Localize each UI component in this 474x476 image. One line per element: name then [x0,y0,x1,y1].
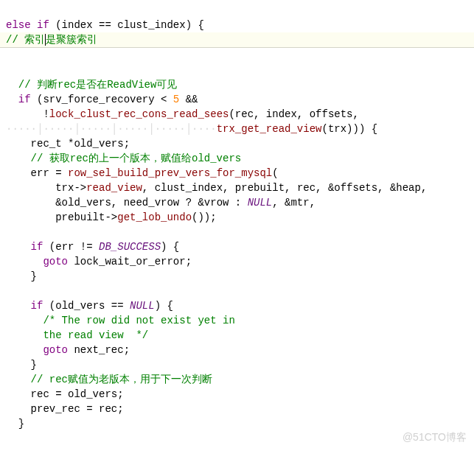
code-line: prev_rec = rec; [6,403,124,415]
number-literal: 5 [173,94,179,105]
highlighted-line: // 索引是聚簇索引 [0,32,474,48]
code-line: if (old_vers == NULL) { [6,300,173,312]
code-snippet: else if (index == clust_index) { // 索引是聚… [0,0,474,449]
code-line: if (err != DB_SUCCESS) { [6,241,179,253]
comment: // 判断rec是否在ReadView可见 [6,79,177,91]
comment: // rec赋值为老版本，用于下一次判断 [6,374,212,385]
keyword-if: if [6,300,43,312]
function-call: row_sel_build_prev_vers_for_mysql [68,167,272,179]
keyword-if: if [6,241,43,253]
comment-block: /* The row did not exist yet in [6,315,235,326]
code-line: the read view */ [6,329,148,341]
whitespace-guides: ·····│·····│·····│·····│·····│···· [6,123,217,135]
code-line: } [6,359,37,371]
code-line: rec_t *old_vers; [6,138,130,150]
code-line: err = row_sel_build_prev_vers_for_mysql( [6,167,279,179]
keyword-goto: goto [6,344,68,356]
keyword-if: if [6,94,31,105]
code-line: &old_vers, need_vrow ? &vrow : NULL, &mt… [6,197,316,209]
code-line: prebuilt->get_lob_undo()); [6,211,217,223]
method-call: get_lob_undo [117,211,192,223]
code-line: // 判断rec是否在ReadView可见 [6,79,177,91]
keyword-else-if: else if [6,19,49,31]
watermark: @51CTO博客 [402,430,467,444]
code-line: /* The row did not exist yet in [6,315,235,326]
constant: DB_SUCCESS [99,241,161,253]
code-line: rec = old_vers; [6,388,124,400]
member-access: read_view [86,182,142,194]
keyword-goto: goto [6,256,68,267]
code-line: // rec赋值为老版本，用于下一次判断 [6,374,212,385]
code-line: } [6,270,37,282]
code-line: else if (index == clust_index) { [6,19,204,31]
code-line: !lock_clust_rec_cons_read_sees(rec, inde… [6,108,359,120]
code-line: goto lock_wait_or_error; [6,256,192,267]
code-line: trx->read_view, clust_index, prebuilt, r… [6,182,427,194]
function-call: lock_clust_rec_cons_read_sees [49,108,229,120]
null-literal: NULL [248,197,273,209]
comment: // 获取rec的上一个版本，赋值给old_vers [6,153,241,164]
comment: // 索引 [6,34,45,46]
code-line: ·····│·····│·····│·····│·····│····trx_ge… [6,123,377,135]
code-line: goto next_rec; [6,344,130,356]
code-line: } [6,418,24,430]
code-line: if (srv_force_recovery < 5 && [6,94,198,105]
null-literal: NULL [130,300,155,312]
comment-block: the read view */ [6,329,148,341]
code-line: // 获取rec的上一个版本，赋值给old_vers [6,153,241,164]
function-call: trx_get_read_view [217,123,322,135]
